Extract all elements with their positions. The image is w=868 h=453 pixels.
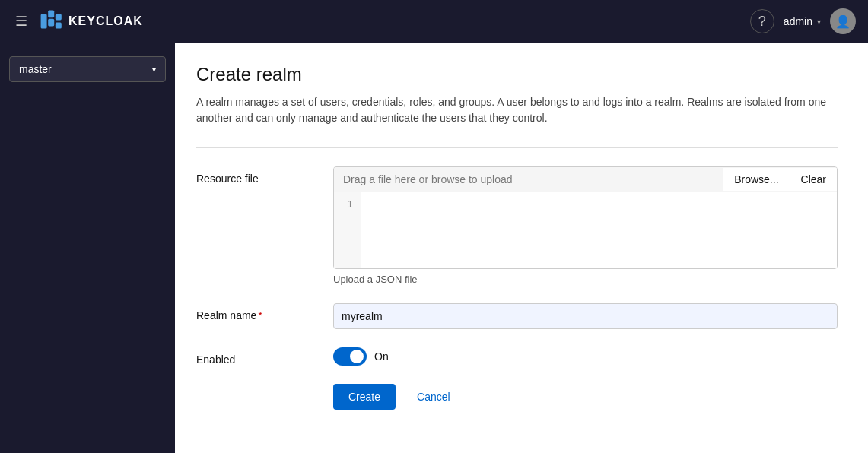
- realm-selector-name: master: [19, 63, 52, 75]
- svg-rect-3: [56, 14, 62, 20]
- realm-name-input[interactable]: [333, 303, 838, 329]
- toggle-thumb: [350, 350, 364, 363]
- hamburger-menu-icon[interactable]: ☰: [12, 10, 30, 33]
- logo: KEYCLOAK: [40, 9, 143, 33]
- toggle-state-label: On: [374, 350, 389, 363]
- main-layout: master ▾ Create realm A realm manages a …: [0, 43, 868, 453]
- enabled-field: On: [333, 347, 838, 366]
- keycloak-logo-icon: [40, 9, 64, 33]
- logo-text: KEYCLOAK: [68, 14, 143, 28]
- avatar[interactable]: 👤: [830, 8, 856, 34]
- create-button[interactable]: Create: [333, 384, 396, 410]
- user-name: admin: [784, 15, 812, 27]
- enabled-row: Enabled On: [196, 347, 838, 366]
- cancel-button[interactable]: Cancel: [405, 384, 463, 410]
- editor-line-numbers: 1: [334, 192, 361, 268]
- required-indicator: *: [258, 309, 262, 322]
- svg-rect-2: [48, 19, 54, 27]
- enabled-label: Enabled: [196, 347, 333, 366]
- realm-selector[interactable]: master ▾: [9, 56, 166, 82]
- resource-file-placeholder: Drag a file here or browse to upload: [334, 167, 723, 192]
- svg-rect-1: [48, 11, 54, 18]
- resource-file-container: Drag a file here or browse to upload Bro…: [333, 166, 838, 269]
- toggle-row: On: [333, 347, 838, 366]
- resource-file-upload-row: Drag a file here or browse to upload Bro…: [334, 167, 837, 192]
- clear-button[interactable]: Clear: [790, 168, 837, 191]
- user-menu-caret-icon: ▾: [817, 17, 821, 26]
- realm-selector-caret-icon: ▾: [152, 65, 156, 74]
- content-area: Create realm A realm manages a set of us…: [175, 43, 868, 453]
- resource-file-field: Drag a file here or browse to upload Bro…: [333, 166, 838, 285]
- upload-hint: Upload a JSON file: [333, 274, 838, 285]
- editor-textarea[interactable]: [361, 192, 837, 268]
- page-title: Create realm: [196, 64, 838, 85]
- help-icon[interactable]: ?: [750, 9, 774, 33]
- svg-rect-0: [41, 14, 47, 28]
- resource-file-row: Resource file Drag a file here or browse…: [196, 166, 838, 285]
- navbar: ☰ KEYCLOAK ? admin ▾ 👤: [0, 0, 868, 43]
- editor-area: 1: [334, 192, 837, 268]
- realm-name-row: Realm name*: [196, 303, 838, 329]
- page-description: A realm manages a set of users, credenti…: [196, 94, 838, 126]
- browse-button[interactable]: Browse...: [723, 168, 789, 191]
- action-row: Create Cancel: [196, 384, 838, 410]
- realm-name-label: Realm name*: [196, 303, 333, 322]
- enabled-toggle[interactable]: [333, 347, 367, 366]
- divider: [196, 147, 838, 148]
- svg-rect-4: [56, 23, 62, 29]
- resource-file-label: Resource file: [196, 166, 333, 185]
- realm-name-field: [333, 303, 838, 329]
- user-menu[interactable]: admin ▾: [784, 15, 821, 27]
- sidebar: master ▾: [0, 43, 175, 453]
